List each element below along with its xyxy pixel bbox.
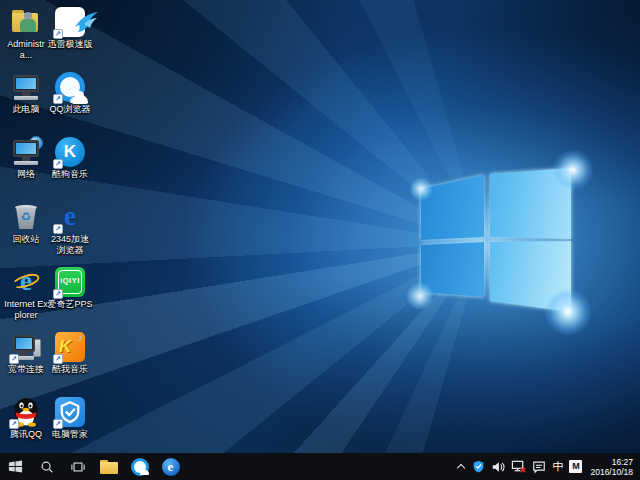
internet-explorer-icon: e [10,266,42,298]
taskbar-empty-area [186,453,453,480]
taskbar-clock[interactable]: 16:27 2016/10/18 [586,457,637,477]
e-browser-icon: e ↗ [54,201,86,233]
icon-label: QQ浏览器 [47,104,93,115]
desktop-icon-qq-browser[interactable]: ↗ QQ浏览器 [47,71,93,115]
ime-mode-button[interactable]: 中 [550,453,565,480]
qq-penguin-icon: ↗ [10,396,42,428]
volume-tray-button[interactable] [489,453,507,480]
shortcut-arrow-icon: ↗ [53,94,63,104]
task-view-icon [71,460,85,474]
icon-label: 宽带连接 [3,364,49,375]
qq-browser-icon: ↗ [54,71,86,103]
shortcut-arrow-icon: ↗ [53,419,63,429]
shortcut-arrow-icon: ↗ [9,354,19,364]
desktop-icon-broadband[interactable]: ↗ 宽带连接 [3,331,49,375]
shortcut-arrow-icon: ↗ [53,354,63,364]
desktop-icon-kuwo[interactable]: K♪ ↗ 酷我音乐 [47,331,93,375]
task-view-button[interactable] [62,453,93,480]
iqiyi-pps-icon: iQIYI ↗ [54,266,86,298]
taskbar: e [0,453,640,480]
e-browser-icon: e [162,458,180,476]
security-shield-icon [472,460,485,473]
action-center-icon [532,460,546,474]
windows-hero-logo [418,166,574,316]
qq-browser-taskbar-button[interactable] [124,453,155,480]
shortcut-arrow-icon: ↗ [53,159,63,169]
icon-label: 电脑管家 [47,429,93,440]
desktop-icon-tencent-qq[interactable]: ↗ 腾讯QQ [3,396,49,440]
chevron-up-icon [457,463,465,471]
file-explorer-button[interactable] [93,453,124,480]
volume-icon [491,460,505,474]
icon-label: 腾讯QQ [3,429,49,440]
icon-label: 2345加速浏览器 [47,234,93,255]
shortcut-arrow-icon: ↗ [53,29,63,39]
desktop-icon-2345-browser[interactable]: e ↗ 2345加速浏览器 [47,201,93,255]
desktop-icon-network[interactable]: 网络 [3,136,49,180]
ime-badge-button[interactable]: M [567,453,584,480]
icon-label: 回收站 [3,234,49,245]
icon-label: 网络 [3,169,49,180]
desktop-icon-iqiyi[interactable]: iQIYI ↗ 爱奇艺PPS [47,266,93,310]
icon-label: 此电脑 [3,104,49,115]
desktop-icon-this-pc[interactable]: 此电脑 [3,71,49,115]
show-hidden-icons-button[interactable] [453,453,468,480]
shortcut-arrow-icon: ↗ [9,419,19,429]
ime-m-badge-icon: M [569,460,582,473]
network-tray-button[interactable] [509,453,528,480]
icon-label: 爱奇艺PPS [47,299,93,310]
user-folder-icon [10,6,42,38]
desktop-icon-recycle-bin[interactable]: ♻ 回收站 [3,201,49,245]
windows-logo-icon [8,459,23,474]
kuwo-music-icon: K♪ ↗ [54,331,86,363]
desktop-icon-internet-explorer[interactable]: e Internet Explorer [3,266,49,320]
shortcut-arrow-icon: ↗ [53,224,63,234]
action-center-button[interactable] [530,453,548,480]
windows-pane-bottom-right [418,166,574,316]
desktop-icon-pc-manager[interactable]: ↗ 电脑管家 [47,396,93,440]
network-icon [10,136,42,168]
broadband-connection-icon: ↗ [10,331,42,363]
search-icon [40,460,54,474]
desktop-icon-kugou[interactable]: K ↗ 酷狗音乐 [47,136,93,180]
kugou-music-icon: K ↗ [54,136,86,168]
start-button[interactable] [0,453,31,480]
system-tray: 中 M 16:27 2016/10/18 [453,453,640,480]
recycle-bin-icon: ♻ [10,201,42,233]
desktop-icon-administrator[interactable]: Administra... [3,6,49,60]
folder-icon [100,460,118,474]
icon-label: 酷我音乐 [47,364,93,375]
shortcut-arrow-icon: ↗ [53,289,63,299]
e-browser-taskbar-button[interactable]: e [155,453,186,480]
icon-label: 酷狗音乐 [47,169,93,180]
clock-date: 2016/10/18 [590,467,633,477]
desktop-icon-thunder[interactable]: ↗ 迅雷极速版 [47,6,93,50]
network-disconnected-icon [511,459,526,474]
this-pc-icon [10,71,42,103]
pc-manager-shield-icon: ↗ [54,396,86,428]
security-tray-button[interactable] [470,453,487,480]
qq-browser-icon [131,458,149,476]
icon-label: Internet Explorer [3,299,49,320]
clock-time: 16:27 [590,457,633,467]
search-button[interactable] [31,453,62,480]
desktop-wallpaper: Administra... 此电脑 网络 ♻ 回收站 e Internet Ex… [0,0,640,453]
ime-chinese-indicator: 中 [552,459,563,474]
icon-label: Administra... [3,39,49,60]
icon-label: 迅雷极速版 [47,39,93,50]
thunder-bird-icon: ↗ [54,6,86,38]
